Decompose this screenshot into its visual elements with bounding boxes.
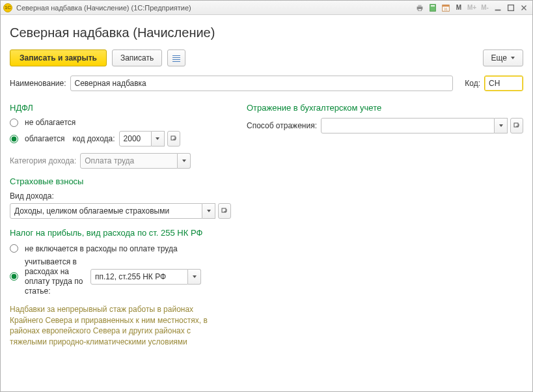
code-input[interactable] bbox=[484, 76, 523, 91]
name-code-row: Наименование: Код: bbox=[10, 76, 523, 91]
accounting-open-icon[interactable] bbox=[510, 118, 523, 133]
svg-rect-1 bbox=[418, 5, 421, 7]
maximize-icon[interactable] bbox=[505, 3, 517, 13]
ndfl-taxed-row: облагается код дохода: bbox=[10, 131, 231, 147]
insurance-section-title: Страховые взносы bbox=[10, 176, 231, 186]
app-logo: 1С bbox=[3, 3, 12, 12]
income-code-input[interactable] bbox=[119, 131, 152, 147]
svg-rect-8 bbox=[495, 9, 501, 10]
income-code-combo bbox=[119, 131, 180, 147]
insurance-dropdown-icon[interactable] bbox=[202, 203, 215, 219]
income-category-row: Категория дохода: bbox=[10, 153, 231, 169]
profit-not-included-label: не включается в расходы по оплате труда bbox=[25, 244, 178, 253]
profit-not-included-radio[interactable]: не включается в расходы по оплате труда bbox=[10, 244, 231, 253]
profit-not-included-input[interactable] bbox=[10, 244, 18, 253]
profit-article-dropdown-icon[interactable] bbox=[188, 269, 201, 285]
page-title: Северная надбавка (Начисление) bbox=[10, 25, 523, 40]
svg-rect-2 bbox=[418, 8, 421, 10]
svg-text:31: 31 bbox=[444, 7, 448, 10]
income-code-open-icon[interactable] bbox=[167, 131, 180, 147]
accounting-method-row: Способ отражения: bbox=[247, 118, 523, 133]
profit-included-row: учитывается в расходах на оплату труда п… bbox=[10, 257, 231, 296]
name-label: Наименование: bbox=[10, 79, 66, 88]
ndfl-not-taxed-radio[interactable]: не облагается bbox=[10, 118, 231, 127]
name-input[interactable] bbox=[70, 76, 454, 91]
income-code-label: код дохода: bbox=[73, 134, 115, 143]
report-button[interactable] bbox=[167, 49, 185, 66]
ndfl-section-title: НДФЛ bbox=[10, 103, 231, 113]
left-column: НДФЛ не облагается облагается код дохода… bbox=[10, 99, 231, 348]
calculator-icon[interactable] bbox=[427, 3, 439, 13]
description-text: Надбавки за непрерывный стаж работы в ра… bbox=[10, 304, 218, 348]
minimize-icon[interactable] bbox=[492, 3, 504, 13]
income-category-combo bbox=[80, 153, 191, 169]
list-icon bbox=[172, 54, 180, 62]
accounting-section-title: Отражение в бухгалтерском учете bbox=[247, 103, 523, 113]
calendar-icon[interactable]: 31 bbox=[440, 3, 452, 13]
profit-included-input[interactable] bbox=[10, 272, 18, 281]
income-category-dropdown-icon bbox=[178, 153, 191, 169]
close-icon[interactable] bbox=[518, 3, 530, 13]
income-category-label: Категория дохода: bbox=[10, 156, 76, 165]
ndfl-taxed-input[interactable] bbox=[10, 135, 18, 143]
window-titlebar: 1С Северная надбавка (Начисление) (1С:Пр… bbox=[1, 1, 532, 15]
insurance-income-type-combo bbox=[10, 203, 231, 219]
svg-rect-4 bbox=[431, 5, 435, 7]
profit-included-label: учитывается в расходах на оплату труда п… bbox=[25, 257, 87, 296]
m-icon[interactable]: M bbox=[453, 3, 465, 13]
profit-article-input[interactable] bbox=[90, 269, 188, 285]
save-button[interactable]: Записать bbox=[112, 49, 162, 66]
window-controls: 31 M M+ M- bbox=[414, 3, 530, 13]
content-area: Северная надбавка (Начисление) Записать … bbox=[1, 15, 532, 391]
income-category-input bbox=[80, 153, 178, 169]
insurance-open-icon[interactable] bbox=[218, 203, 231, 219]
more-button[interactable]: Еще bbox=[483, 49, 523, 66]
accounting-dropdown-icon[interactable] bbox=[495, 118, 508, 133]
m-minus-icon[interactable]: M- bbox=[479, 3, 491, 13]
accounting-method-input[interactable] bbox=[321, 118, 495, 133]
window-title: Северная надбавка (Начисление) (1С:Предп… bbox=[16, 4, 414, 12]
insurance-income-type-input[interactable] bbox=[10, 203, 202, 219]
ndfl-taxed-label: облагается bbox=[25, 134, 65, 143]
income-code-dropdown-icon[interactable] bbox=[152, 131, 165, 147]
accounting-method-label: Способ отражения: bbox=[247, 121, 317, 130]
m-plus-icon[interactable]: M+ bbox=[466, 3, 478, 13]
ndfl-not-taxed-input[interactable] bbox=[10, 119, 18, 127]
profit-tax-section-title: Налог на прибыль, вид расхода по ст. 255… bbox=[10, 228, 231, 239]
svg-rect-9 bbox=[508, 5, 514, 10]
print-icon[interactable] bbox=[414, 3, 426, 13]
accounting-method-combo bbox=[321, 118, 523, 133]
code-label: Код: bbox=[465, 79, 480, 88]
save-and-close-button[interactable]: Записать и закрыть bbox=[10, 49, 107, 66]
insurance-income-type-label: Вид дохода: bbox=[10, 191, 231, 201]
right-column: Отражение в бухгалтерском учете Способ о… bbox=[247, 99, 523, 348]
toolbar: Записать и закрыть Записать Еще bbox=[10, 49, 523, 66]
profit-article-combo bbox=[90, 269, 201, 285]
ndfl-not-taxed-label: не облагается bbox=[25, 118, 75, 127]
